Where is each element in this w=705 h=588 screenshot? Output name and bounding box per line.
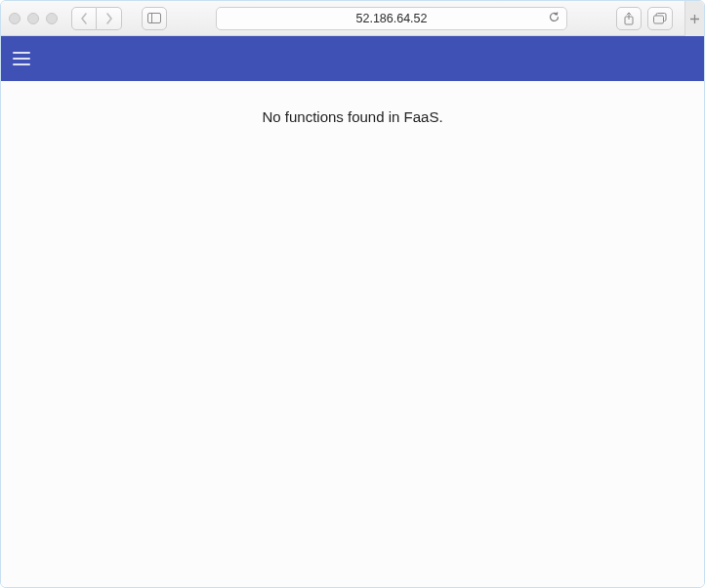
svg-rect-0 [148,14,161,23]
plus-icon [689,14,700,24]
new-tab-button[interactable] [684,1,704,36]
minimize-window-button[interactable] [27,13,39,24]
page-content: No functions found in FaaS. [1,81,704,587]
window-controls [9,13,63,24]
back-button[interactable] [71,7,97,30]
svg-rect-5 [654,16,664,23]
zoom-window-button[interactable] [46,13,58,24]
sidebar-toggle-button[interactable] [142,7,167,30]
tabs-icon [653,13,667,24]
reload-icon [548,11,560,23]
empty-state-message: No functions found in FaaS. [1,108,704,125]
browser-toolbar: 52.186.64.52 [1,1,704,36]
chevron-right-icon [105,13,113,24]
hamburger-icon [13,52,30,54]
address-text: 52.186.64.52 [356,12,428,25]
forward-button[interactable] [97,7,122,30]
chevron-left-icon [80,13,88,24]
nav-buttons [71,7,122,30]
share-button[interactable] [616,7,642,30]
share-icon [623,12,635,25]
address-bar[interactable]: 52.186.64.52 [216,7,567,30]
tabs-button[interactable] [647,7,673,30]
reload-button[interactable] [548,11,560,23]
sidebar-icon [147,13,161,23]
menu-button[interactable] [13,46,38,71]
app-header [1,36,704,81]
close-window-button[interactable] [9,13,21,24]
